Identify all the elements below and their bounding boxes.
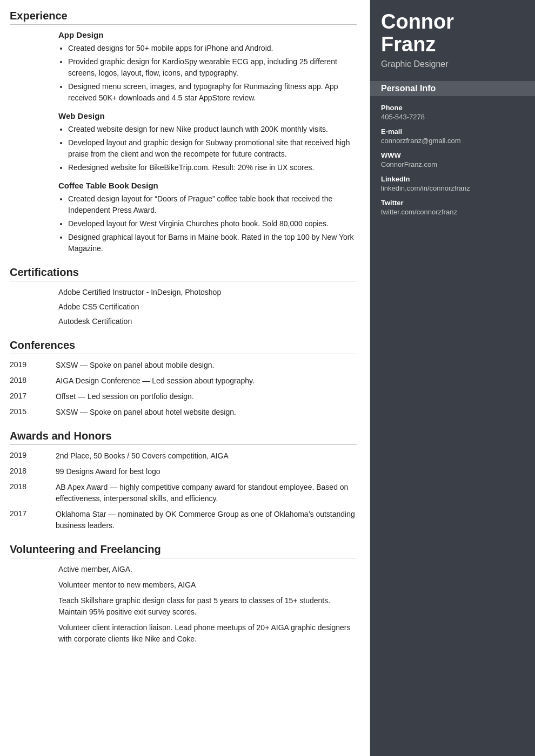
conference-year: 2018 — [10, 375, 56, 384]
conference-row: 2019SXSW — Spoke on panel about mobile d… — [10, 360, 357, 371]
sidebar: Connor Franz Graphic Designer Personal I… — [370, 0, 535, 756]
phone-label: Phone — [381, 104, 524, 112]
list-item: Redesigned website for BikeBikeTrip.com.… — [68, 162, 357, 173]
award-text: 99 Designs Award for best logo — [56, 466, 357, 477]
list-item: Created designs for 50+ mobile apps for … — [68, 43, 357, 54]
award-year: 2019 — [10, 450, 56, 460]
certification-item: Autodesk Certification — [58, 316, 357, 327]
linkedin-label: LinkedIn — [381, 175, 524, 183]
phone-value: 405-543-7278 — [381, 113, 524, 121]
volunteering-item: Volunteer client interaction liaison. Le… — [10, 622, 357, 645]
experience-section: Experience App DesignCreated designs for… — [10, 10, 357, 254]
volunteering-title: Volunteering and Freelancing — [10, 543, 357, 558]
personal-info-title: Personal Info — [370, 81, 535, 96]
award-year: 2018 — [10, 466, 56, 475]
www-label: WWW — [381, 151, 524, 159]
awards-section: Awards and Honors 20192nd Place, 50 Book… — [10, 430, 357, 531]
award-text: 2nd Place, 50 Books / 50 Covers competit… — [56, 450, 357, 462]
list-item: Designed menu screen, images, and typogr… — [68, 81, 357, 104]
experience-item-bullets: Created website design for new Nike prod… — [58, 124, 357, 173]
conference-row: 2018AIGA Design Conference — Led session… — [10, 375, 357, 387]
award-text: AB Apex Award — highly competitive compa… — [56, 482, 357, 504]
award-text: Oklahoma Star — nominated by OK Commerce… — [56, 509, 357, 531]
volunteering-list: Active member, AIGA.Volunteer mentor to … — [10, 564, 357, 645]
list-item: Designed graphical layout for Barns in M… — [68, 232, 357, 254]
conferences-section: Conferences 2019SXSW — Spoke on panel ab… — [10, 339, 357, 418]
main-column: Experience App DesignCreated designs for… — [0, 0, 370, 756]
certification-item: Adobe CS5 Certification — [58, 301, 357, 313]
volunteering-item: Volunteer mentor to new members, AIGA — [10, 579, 357, 591]
list-item: Created design layout for “Doors of Prag… — [68, 193, 357, 216]
conference-year: 2017 — [10, 391, 56, 400]
experience-item-bullets: Created design layout for “Doors of Prag… — [58, 193, 357, 254]
conference-year: 2019 — [10, 360, 56, 369]
award-row: 2018AB Apex Award — highly competitive c… — [10, 482, 357, 504]
conference-row: 2017Offset — Led session on portfolio de… — [10, 391, 357, 402]
award-year: 2017 — [10, 509, 56, 518]
conference-year: 2015 — [10, 407, 56, 416]
award-row: 2017Oklahoma Star — nominated by OK Comm… — [10, 509, 357, 531]
experience-item: App DesignCreated designs for 50+ mobile… — [10, 30, 357, 104]
conferences-title: Conferences — [10, 339, 357, 354]
award-row: 20192nd Place, 50 Books / 50 Covers comp… — [10, 450, 357, 462]
certifications-list: Adobe Certified Instructor - InDesign, P… — [10, 287, 357, 327]
certification-item: Adobe Certified Instructor - InDesign, P… — [58, 287, 357, 298]
experience-item-title: App Design — [58, 30, 357, 39]
certifications-section: Certifications Adobe Certified Instructo… — [10, 266, 357, 327]
experience-item-bullets: Created designs for 50+ mobile apps for … — [58, 43, 357, 104]
candidate-name: Connor Franz — [381, 11, 524, 56]
list-item: Provided graphic design for KardioSpy we… — [68, 56, 357, 79]
linkedin-value: linkedin.com/in/connorzfranz — [381, 184, 524, 192]
experience-title: Experience — [10, 10, 357, 25]
twitter-value: twitter.com/connorzfranz — [381, 208, 524, 216]
www-value: ConnorFranz.com — [381, 160, 524, 168]
volunteering-item: Active member, AIGA. — [10, 564, 357, 575]
email-label: E-mail — [381, 127, 524, 136]
twitter-label: Twitter — [381, 199, 524, 207]
conference-text: AIGA Design Conference — Led session abo… — [56, 375, 357, 387]
conference-text: Offset — Led session on portfolio design… — [56, 391, 357, 402]
award-row: 201899 Designs Award for best logo — [10, 466, 357, 477]
list-item: Created website design for new Nike prod… — [68, 124, 357, 135]
conference-row: 2015SXSW — Spoke on panel about hotel we… — [10, 407, 357, 418]
list-item: Developed layout and graphic design for … — [68, 137, 357, 160]
certifications-title: Certifications — [10, 266, 357, 281]
email-value: connorzfranz@gmail.com — [381, 137, 524, 145]
experience-item-title: Web Design — [58, 111, 357, 120]
list-item: Developed layout for West Virginia Churc… — [68, 218, 357, 230]
volunteering-section: Volunteering and Freelancing Active memb… — [10, 543, 357, 645]
awards-title: Awards and Honors — [10, 430, 357, 445]
conference-text: SXSW — Spoke on panel about mobile desig… — [56, 360, 357, 371]
experience-item: Web DesignCreated website design for new… — [10, 111, 357, 173]
candidate-title: Graphic Designer — [381, 59, 524, 69]
experience-item-title: Coffee Table Book Design — [58, 181, 357, 190]
conferences-list: 2019SXSW — Spoke on panel about mobile d… — [10, 360, 357, 418]
awards-list: 20192nd Place, 50 Books / 50 Covers comp… — [10, 450, 357, 531]
experience-item: Coffee Table Book DesignCreated design l… — [10, 181, 357, 254]
award-year: 2018 — [10, 482, 56, 491]
volunteering-item: Teach Skillshare graphic design class fo… — [10, 595, 357, 618]
conference-text: SXSW — Spoke on panel about hotel websit… — [56, 407, 357, 418]
